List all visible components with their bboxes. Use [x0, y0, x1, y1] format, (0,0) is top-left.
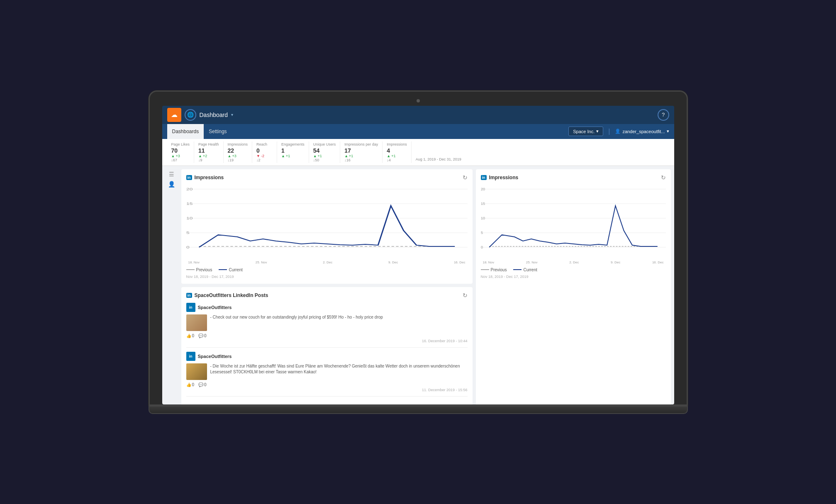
- posts-panel-title-row: in SpaceOutfitters LinkedIn Posts ↻: [186, 292, 468, 299]
- svg-text:15: 15: [186, 201, 193, 205]
- space-chevron-icon: ▾: [596, 129, 599, 134]
- content-columns: in Impressions ↻: [181, 169, 671, 404]
- stat-engagements: Engagements 1 ▲+1: [277, 141, 309, 163]
- nav-item-dashboards[interactable]: Dashboards: [167, 124, 204, 139]
- right-current-line-sample: [513, 269, 522, 270]
- svg-text:0: 0: [186, 245, 190, 249]
- right-chart-title-row: in Impressions ↻: [481, 174, 666, 181]
- post-1-thumbnail: [186, 314, 207, 331]
- post-2-body: - Die Woche ist zur Hälfte geschafft! Wa…: [186, 363, 468, 380]
- globe-icon: 🌐: [187, 112, 194, 118]
- legend-previous: Previous: [186, 268, 212, 272]
- header-globe: 🌐: [185, 109, 196, 121]
- comment-icon-2: 💬: [198, 382, 203, 387]
- right-legend-current: Current: [513, 268, 537, 272]
- profile-icon[interactable]: 👤: [168, 181, 175, 187]
- nav-item-settings[interactable]: Settings: [204, 124, 232, 139]
- svg-text:15: 15: [481, 202, 485, 206]
- right-chart-refresh-button[interactable]: ↻: [661, 174, 666, 181]
- nav-divider: |: [608, 128, 610, 135]
- stat-page-likes: Page Likes 70 ▲+3 ↓67: [167, 141, 195, 163]
- svg-text:0: 0: [481, 245, 483, 249]
- user-menu[interactable]: 👤 zander_spaceoutfit... ▾: [615, 129, 669, 134]
- stat-reach: Reach 0 ▼-2 ↓2: [252, 141, 277, 163]
- svg-text:5: 5: [186, 230, 190, 234]
- post-2-comments: 💬 0: [198, 382, 207, 387]
- right-previous-label: Previous: [491, 268, 507, 272]
- post-2-text: - Die Woche ist zur Hälfte geschafft! Wa…: [210, 363, 468, 380]
- post-item-1: in SpaceOutfitters - Check out our new c…: [186, 303, 468, 348]
- space-selector[interactable]: Space Inc. ▾: [568, 127, 603, 136]
- post-1-avatar-icon: in: [189, 305, 193, 309]
- post-2-avatar-icon: in: [189, 354, 193, 358]
- svg-text:10: 10: [481, 216, 485, 220]
- posts-panel-refresh-button[interactable]: ↻: [463, 292, 468, 299]
- stat-impressions-per-day: Impressions per day 17 ▲+1 ↓16: [340, 141, 383, 163]
- post-2-thumbnail: [186, 363, 207, 380]
- main-area: ☰ 👤 in Impressions ↻: [162, 166, 674, 404]
- header-dropdown-icon[interactable]: ▾: [231, 112, 233, 117]
- post-1-body: - Check out our new couch for an outstan…: [186, 314, 468, 331]
- user-icon: 👤: [615, 129, 621, 134]
- svg-text:20: 20: [481, 187, 485, 191]
- screen: ☁ 🌐 Dashboard ▾ ? Dashboards Settings: [162, 106, 674, 404]
- right-chart-date-range: Nov 18, 2019 - Dec 17, 2019: [481, 275, 666, 279]
- current-label: Current: [229, 268, 242, 272]
- stats-date-range: Aug 1, 2019 - Dec 31, 2019: [412, 156, 466, 163]
- right-legend-previous: Previous: [481, 268, 507, 272]
- right-impressions-panel: in Impressions ↻: [476, 169, 671, 404]
- right-chart-xaxis: 18. Nov 25. Nov 2. Dec 9. Dec 16. Dec: [481, 261, 666, 264]
- stat-impressions-2: Impressions 4 ▲+1 ↓4: [383, 141, 412, 163]
- comment-icon-1: 💬: [198, 334, 203, 338]
- left-impressions-panel: in Impressions ↻: [181, 169, 473, 284]
- left-chart-xaxis: 18. Nov 25. Nov 2. Dec 9. Dec 16. Dec: [186, 261, 468, 264]
- left-chart-title-row: in Impressions ↻: [186, 174, 468, 181]
- right-chart-legend: Previous Current: [481, 268, 666, 272]
- laptop-base: [149, 406, 688, 414]
- screen-bezel: ☁ 🌐 Dashboard ▾ ? Dashboards Settings: [149, 90, 688, 406]
- previous-label: Previous: [196, 268, 212, 272]
- right-chart-title: Impressions: [489, 175, 519, 180]
- left-chart-title: Impressions: [195, 175, 224, 180]
- help-button[interactable]: ?: [658, 109, 669, 121]
- camera: [417, 99, 420, 102]
- left-chart-refresh-button[interactable]: ↻: [463, 174, 468, 181]
- linkedin-icon-posts: in: [186, 293, 192, 298]
- legend-current: Current: [219, 268, 242, 272]
- right-chart-svg: 20 15 10 5 0: [481, 185, 666, 260]
- cloud-icon: ☁: [171, 111, 178, 119]
- stats-row: Page Likes 70 ▲+3 ↓67 Page Health 11 ▲+2…: [162, 139, 674, 166]
- linkedin-icon-left: in: [186, 175, 192, 180]
- posts-panel-title: SpaceOutfitters LinkedIn Posts: [195, 292, 268, 298]
- right-column: in Impressions ↻: [476, 169, 671, 404]
- right-previous-line-sample: [481, 269, 489, 270]
- help-icon: ?: [662, 112, 665, 118]
- thumbup-icon-2: 👍: [186, 382, 191, 387]
- current-line-sample: [219, 269, 227, 270]
- right-chart-area: 20 15 10 5 0: [481, 185, 666, 260]
- post-2-avatar: in: [186, 352, 195, 361]
- user-chevron-icon: ▾: [667, 129, 669, 134]
- stat-unique-users: Unique Users 54 ▲+1 ↓50: [309, 141, 341, 163]
- post-2-timestamp: 11. December 2019 - 15:56: [186, 388, 468, 392]
- space-name: Space Inc.: [573, 129, 595, 134]
- laptop-container: ☁ 🌐 Dashboard ▾ ? Dashboards Settings: [149, 90, 688, 414]
- post-1-header: in SpaceOutfitters: [186, 303, 468, 312]
- post-2-header: in SpaceOutfitters: [186, 352, 468, 361]
- hamburger-icon[interactable]: ☰: [169, 171, 174, 178]
- left-chart-legend: Previous Current: [186, 268, 468, 272]
- app-header: ☁ 🌐 Dashboard ▾ ?: [162, 106, 674, 124]
- post-2-reactions: 👍 0 💬 0: [186, 382, 468, 387]
- posts-panel: in SpaceOutfitters LinkedIn Posts ↻ in: [181, 287, 473, 404]
- svg-text:10: 10: [186, 216, 193, 220]
- post-1-likes: 👍 0: [186, 334, 195, 338]
- post-1-timestamp: 16. December 2019 - 10:44: [186, 339, 468, 343]
- post-1-avatar: in: [186, 303, 195, 312]
- header-logo: ☁: [167, 108, 181, 122]
- stat-page-health: Page Health 11 ▲+2 ↓9: [194, 141, 224, 163]
- nav-right: Space Inc. ▾ | 👤 zander_spaceoutfit... ▾: [568, 127, 669, 136]
- thumbup-icon-1: 👍: [186, 334, 191, 338]
- post-2-author: SpaceOutfitters: [198, 354, 232, 359]
- post-1-comments: 💬 0: [198, 334, 207, 338]
- left-sidebar: ☰ 👤: [166, 169, 178, 404]
